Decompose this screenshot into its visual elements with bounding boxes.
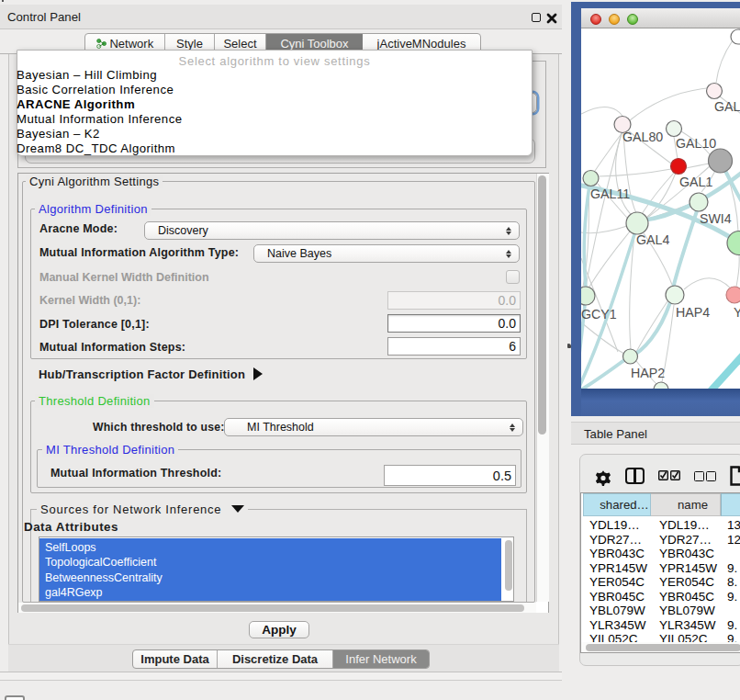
svg-text:GAL11: GAL11 <box>590 186 630 201</box>
svg-text:GAL7: GAL7 <box>714 99 740 114</box>
svg-text:GAL4: GAL4 <box>636 232 669 247</box>
svg-text:GAL1: GAL1 <box>679 175 712 189</box>
svg-text:GAL80: GAL80 <box>622 130 663 144</box>
svg-text:HAP4: HAP4 <box>676 305 710 320</box>
svg-text:GAL10: GAL10 <box>676 136 716 151</box>
svg-text:Y: Y <box>734 305 740 320</box>
svg-text:GCY1: GCY1 <box>581 307 617 322</box>
svg-text:SWI4: SWI4 <box>700 211 732 226</box>
svg-text:HAP2: HAP2 <box>631 366 665 380</box>
